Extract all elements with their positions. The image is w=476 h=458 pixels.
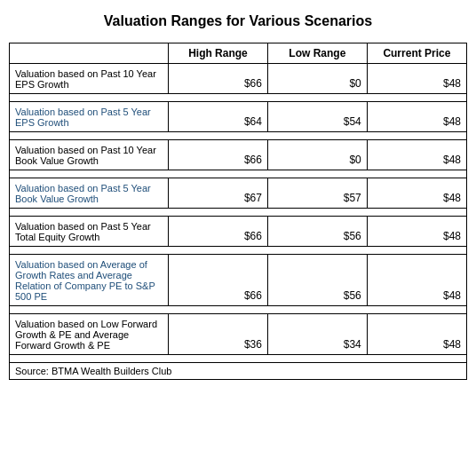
table-row: Valuation based on Past 5 Year Book Valu… [10,178,467,209]
table-row: Valuation based on Average of Growth Rat… [10,255,467,306]
row-current-value: $48 [367,255,466,306]
row-high-value: $66 [169,64,268,94]
table-row: Valuation based on Past 5 Year EPS Growt… [10,102,467,132]
row-high-value: $66 [169,255,268,306]
col-header-low: Low Range [267,43,367,64]
row-current-value: $48 [367,314,466,355]
table-row: Valuation based on Low Forward Growth & … [10,314,467,355]
row-current-value: $48 [367,140,466,170]
col-header-high: High Range [169,43,268,64]
table-row: Valuation based on Past 10 Year EPS Grow… [10,64,467,94]
source-text: Source: BTMA Wealth Builders Club [10,363,467,380]
page-title: Valuation Ranges for Various Scenarios [9,9,467,34]
row-low-value: $56 [267,255,367,306]
row-label: Valuation based on Past 5 Year EPS Growt… [10,102,169,132]
row-label: Valuation based on Low Forward Growth & … [10,314,169,355]
row-label: Valuation based on Past 5 Year Book Valu… [10,178,169,209]
row-low-value: $34 [267,314,367,355]
row-low-value: $0 [267,140,367,170]
row-current-value: $48 [367,178,466,209]
row-current-value: $48 [367,217,466,247]
table-row: Valuation based on Past 10 Year Book Val… [10,140,467,170]
row-current-value: $48 [367,102,466,132]
row-high-value: $36 [169,314,268,355]
valuation-table: High Range Low Range Current Price Valua… [9,43,467,380]
row-current-value: $48 [367,64,466,94]
source-row: Source: BTMA Wealth Builders Club [10,363,467,380]
row-label: Valuation based on Past 10 Year Book Val… [10,140,169,170]
row-high-value: $67 [169,178,268,209]
row-low-value: $57 [267,178,367,209]
row-label: Valuation based on Past 10 Year EPS Grow… [10,64,169,94]
col-header-label [10,43,169,64]
table-row: Valuation based on Past 5 Year Total Equ… [10,217,467,247]
row-high-value: $66 [169,217,268,247]
row-label: Valuation based on Average of Growth Rat… [10,255,169,306]
row-low-value: $56 [267,217,367,247]
row-high-value: $64 [169,102,268,132]
row-label: Valuation based on Past 5 Year Total Equ… [10,217,169,247]
row-low-value: $54 [267,102,367,132]
row-high-value: $66 [169,140,268,170]
col-header-current: Current Price [367,43,466,64]
row-low-value: $0 [267,64,367,94]
